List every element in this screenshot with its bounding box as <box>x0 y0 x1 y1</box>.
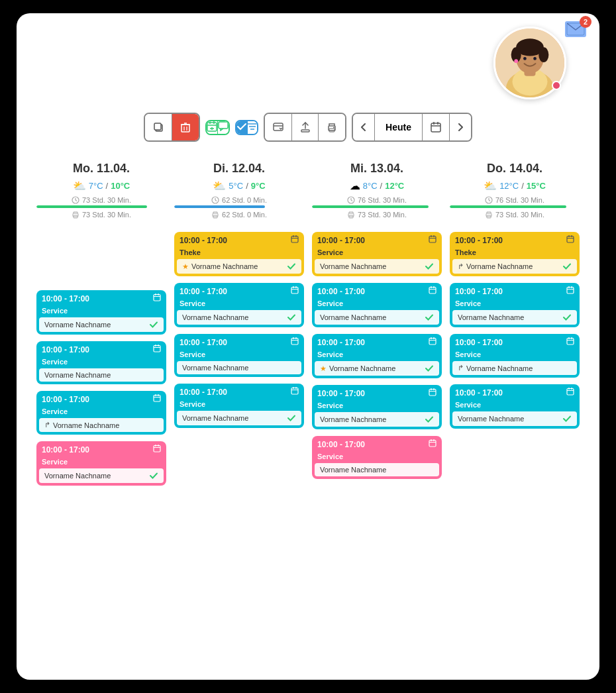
mail-icon[interactable]: 2 <box>565 21 586 37</box>
avatar-container: 2 <box>493 27 566 99</box>
copy-button[interactable] <box>145 114 172 140</box>
day-col-mi: Mi. 13.04. ☁ 8°C / 12°C 76 Std. 30 Min. … <box>312 162 442 488</box>
shift-name-row: Vorname Nachname <box>39 317 164 332</box>
shift-card-di-1[interactable]: 10:00 - 17:00 Service Vorname Nachname <box>174 283 304 327</box>
shift-time: 10:00 - 17:00 <box>180 287 227 296</box>
print-button[interactable] <box>319 114 345 140</box>
svg-rect-73 <box>291 339 298 345</box>
check-icon <box>425 415 434 424</box>
shift-card-mi-4[interactable]: 10:00 - 17:00 Service Vorname Nachname <box>312 436 442 479</box>
calendar-add-button[interactable] <box>207 121 218 134</box>
shift-cal-icon <box>566 235 574 245</box>
hours-row1-do: 76 Std. 30 Min. <box>450 196 580 204</box>
arrow-icon: ↱ <box>458 364 464 372</box>
toolbar-group-3 <box>235 120 258 135</box>
check-icon <box>425 364 434 373</box>
hours-row1-mi: 76 Std. 30 Min. <box>312 196 442 204</box>
shift-card-mo-4[interactable]: 10:00 - 17:00 Service Vorname Nachname <box>36 441 166 486</box>
next-button[interactable] <box>450 114 471 140</box>
hours2-di: 62 Std. 0 Min. <box>222 211 267 219</box>
weather-icon-mo: ⛅ <box>73 180 86 192</box>
shift-name: Vorname Nachname <box>44 472 146 480</box>
weather-row-mi: ☁ 8°C / 12°C <box>312 180 442 192</box>
weather-row-mo: ⛅ 7°C / 10°C <box>36 180 166 192</box>
shift-time: 10:00 - 17:00 <box>455 338 503 347</box>
svg-line-108 <box>489 200 490 201</box>
shift-name-row: ★ Vorname Nachname <box>315 361 439 376</box>
progress1-di <box>174 205 304 208</box>
toolbar-group-4 <box>264 113 346 142</box>
shift-card-mi-0[interactable]: 10:00 - 17:00 Service Vorname Nachname <box>312 232 442 276</box>
hours2-mi: 73 Std. 30 Min. <box>358 211 407 219</box>
filter-dropdown-button[interactable] <box>248 121 257 134</box>
shift-name: Vorname Nachname <box>191 262 284 270</box>
shift-card-do-2[interactable]: 10:00 - 17:00 Service ↱ Vorname Nachname <box>450 334 580 378</box>
shift-card-do-0[interactable]: 10:00 - 17:00 Theke ↱ Vorname Nachname <box>450 232 580 276</box>
shift-name: Vorname Nachname <box>182 414 284 422</box>
svg-line-62 <box>215 200 217 201</box>
avatar-status-dot <box>552 81 561 90</box>
check-icon <box>425 262 434 271</box>
shift-name-row: ★ Vorname Nachname <box>177 259 301 274</box>
empty-slot-mo-0 <box>36 232 166 285</box>
shift-role: Service <box>312 247 442 259</box>
shift-card-di-0[interactable]: 10:00 - 17:00 Theke ★ Vorname Nachname <box>174 232 304 276</box>
shift-role: Service <box>174 298 304 310</box>
progress1-do <box>450 205 580 208</box>
hours1-mi: 76 Std. 30 Min. <box>358 196 407 204</box>
shift-cal-icon <box>566 337 574 347</box>
clock-icon <box>211 196 219 204</box>
svg-point-8 <box>523 57 527 60</box>
hours-row2-mi: 73 Std. 30 Min. <box>312 211 442 219</box>
star-icon: ★ <box>320 364 327 373</box>
progress1-mo <box>36 205 166 208</box>
filter-check-button[interactable] <box>236 121 248 134</box>
shift-header: 10:00 - 17:00 <box>36 391 166 406</box>
clock-icon <box>72 196 79 204</box>
shift-card-mo-2[interactable]: 10:00 - 17:00 Service Vorname Nachname <box>36 341 166 384</box>
shift-card-mi-2[interactable]: 10:00 - 17:00 Service ★ Vorname Nachname <box>312 334 442 378</box>
calendar-nav-button[interactable] <box>423 114 450 140</box>
shift-time: 10:00 - 17:00 <box>455 236 503 245</box>
shift-card-mo-3[interactable]: 10:00 - 17:00 Service ↱ Vorname Nachname <box>36 391 166 435</box>
shift-card-di-2[interactable]: 10:00 - 17:00 Service Vorname Nachname <box>174 334 304 377</box>
shift-time: 10:00 - 17:00 <box>180 236 227 245</box>
svg-rect-19 <box>207 123 217 131</box>
comment-button[interactable] <box>218 121 229 134</box>
temp-low-do: 12°C <box>499 181 519 191</box>
shift-cal-icon <box>153 293 161 303</box>
shift-card-do-3[interactable]: 10:00 - 17:00 Service Vorname Nachname <box>450 384 580 429</box>
upload-button[interactable] <box>292 114 319 140</box>
dropdown-btn[interactable] <box>265 114 292 140</box>
print-icon-small <box>347 211 355 219</box>
check-icon <box>149 471 158 480</box>
svg-rect-102 <box>429 441 436 447</box>
shift-card-mi-3[interactable]: 10:00 - 17:00 Service Vorname Nachname <box>312 385 442 429</box>
svg-rect-35 <box>431 123 440 132</box>
svg-rect-25 <box>219 122 228 129</box>
shift-name-row: ↱ Vorname Nachname <box>452 259 577 274</box>
shift-name-row: Vorname Nachname <box>177 310 301 325</box>
hours2-mo: 73 Std. 30 Min. <box>82 211 131 219</box>
hours-row1-di: 62 Std. 0 Min. <box>174 196 304 204</box>
shift-name: Vorname Nachname <box>329 364 422 372</box>
prev-button[interactable] <box>353 114 375 140</box>
shift-card-mo-1[interactable]: 10:00 - 17:00 Service Vorname Nachname <box>36 290 166 335</box>
weather-row-do: ⛅ 12°C / 15°C <box>450 180 580 192</box>
shift-card-mi-1[interactable]: 10:00 - 17:00 Service Vorname Nachname <box>312 283 442 327</box>
shift-cal-icon <box>153 445 161 454</box>
svg-rect-98 <box>429 390 436 396</box>
day-col-mo: Mo. 11.04. ⛅ 7°C / 10°C 73 Std. 30 Min. … <box>36 162 166 488</box>
delete-button[interactable] <box>172 114 199 140</box>
hours1-mo: 73 Std. 30 Min. <box>82 196 131 204</box>
shift-name: Vorname Nachname <box>53 421 158 429</box>
shift-name-row: Vorname Nachname <box>39 468 164 483</box>
shift-header: 10:00 - 17:00 <box>450 283 580 298</box>
shift-card-do-1[interactable]: 10:00 - 17:00 Service Vorname Nachname <box>450 283 580 327</box>
shift-cal-icon <box>153 345 161 354</box>
weather-row-di: ⛅ 5°C / 9°C <box>174 180 304 192</box>
day-title-mo: Mo. 11.04. <box>36 162 166 176</box>
svg-rect-94 <box>429 339 436 345</box>
shift-card-di-3[interactable]: 10:00 - 17:00 Service Vorname Nachname <box>174 384 304 428</box>
shift-time: 10:00 - 17:00 <box>317 440 365 449</box>
